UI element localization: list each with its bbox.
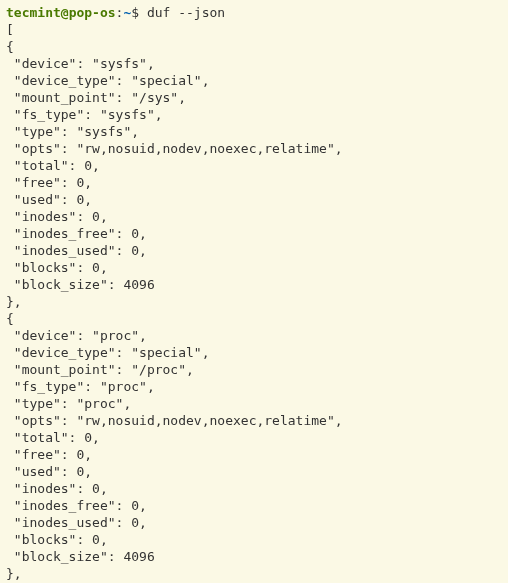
json-line: "free": 0,: [6, 447, 92, 462]
json-line: "inodes_free": 0,: [6, 498, 147, 513]
json-line: "inodes_free": 0,: [6, 226, 147, 241]
json-line: "device": "sysfs",: [6, 56, 155, 71]
json-line: "inodes": 0,: [6, 481, 108, 496]
json-line: "opts": "rw,nosuid,nodev,noexec,relatime…: [6, 413, 343, 428]
json-object-close: },: [6, 294, 22, 309]
json-line: "device_type": "special",: [6, 73, 210, 88]
json-object-close: },: [6, 566, 22, 581]
json-line: "block_size": 4096: [6, 549, 155, 564]
json-line: "inodes_used": 0,: [6, 515, 147, 530]
json-line: "fs_type": "proc",: [6, 379, 155, 394]
json-line: "used": 0,: [6, 464, 92, 479]
json-line: "device": "proc",: [6, 328, 147, 343]
json-line: "fs_type": "sysfs",: [6, 107, 163, 122]
json-line: "opts": "rw,nosuid,nodev,noexec,relatime…: [6, 141, 343, 156]
json-line: "inodes": 0,: [6, 209, 108, 224]
json-line: "mount_point": "/proc",: [6, 362, 194, 377]
json-object-open: {: [6, 39, 14, 54]
json-line: "used": 0,: [6, 192, 92, 207]
json-line: "blocks": 0,: [6, 260, 108, 275]
prompt-at: @: [61, 5, 69, 20]
command-text: duf --json: [147, 5, 225, 20]
json-line: "inodes_used": 0,: [6, 243, 147, 258]
json-line: "type": "proc",: [6, 396, 131, 411]
prompt-host: pop-os: [69, 5, 116, 20]
json-open-bracket: [: [6, 22, 14, 37]
terminal-output: tecmint@pop-os:~$ duf --json [ { "device…: [0, 0, 508, 583]
json-line: "total": 0,: [6, 158, 100, 173]
prompt-user: tecmint: [6, 5, 61, 20]
prompt-symbol: $: [131, 5, 147, 20]
json-line: "mount_point": "/sys",: [6, 90, 186, 105]
json-line: "type": "sysfs",: [6, 124, 139, 139]
json-line: "device_type": "special",: [6, 345, 210, 360]
json-object-open: {: [6, 311, 14, 326]
json-line: "block_size": 4096: [6, 277, 155, 292]
json-line: "blocks": 0,: [6, 532, 108, 547]
prompt-line[interactable]: tecmint@pop-os:~$ duf --json: [6, 5, 225, 20]
json-line: "total": 0,: [6, 430, 100, 445]
json-line: "free": 0,: [6, 175, 92, 190]
